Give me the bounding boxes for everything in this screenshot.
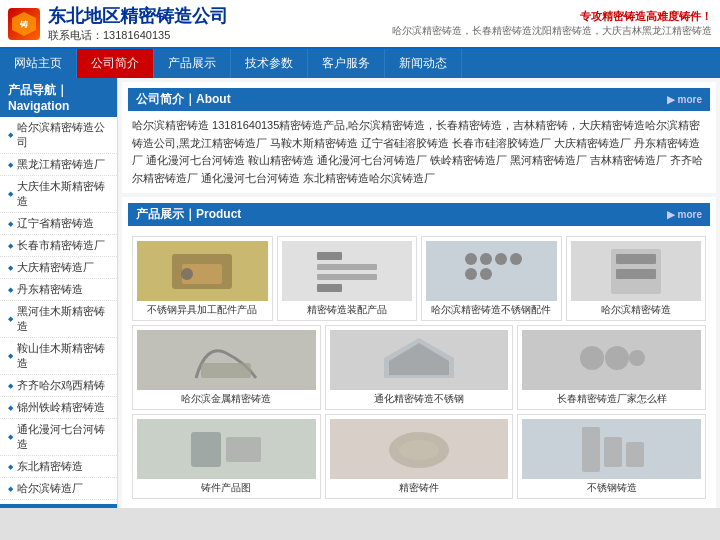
svg-point-22 [605,346,629,370]
svg-point-4 [181,268,193,280]
product-item-4[interactable]: 哈尔滨金属精密铸造 [132,325,321,410]
svg-rect-6 [317,264,377,270]
svg-point-27 [399,440,439,460]
product-item-3[interactable]: 哈尔滨精密铸造 [566,236,707,321]
main-layout: 产品导航｜Navigation 哈尔滨精密铸造公司 黑龙江精密铸造厂 大庆佳木斯… [0,78,720,508]
svg-point-13 [465,268,477,280]
sidebar-item-0[interactable]: 哈尔滨精密铸造公司 [0,117,117,154]
svg-rect-29 [604,437,622,467]
product-name-r3-0: 铸件产品图 [137,481,316,494]
nav-item-news[interactable]: 新闻动态 [385,49,462,78]
main-nav: 网站主页 公司简介 产品展示 技术参数 客户服务 新闻动态 [0,49,720,78]
company-info: 东北地区精密铸造公司 联系电话：13181640135 [48,4,228,43]
product-item-r3-1[interactable]: 精密铸件 [325,414,514,499]
sidebar-item-6[interactable]: 丹东精密铸造 [0,279,117,301]
product-img-r3-0 [137,419,316,479]
svg-point-12 [510,253,522,265]
product-item-6[interactable]: 长春精密铸造厂家怎么样 [517,325,706,410]
product-name-3: 哈尔滨精密铸造 [571,303,702,316]
svg-rect-24 [191,432,221,467]
product-img-r3-1 [330,419,509,479]
sidebar-item-3[interactable]: 辽宁省精密铸造 [0,213,117,235]
svg-point-14 [480,268,492,280]
header-left: 铸 东北地区精密铸造公司 联系电话：13181640135 [8,4,228,43]
nav-item-home[interactable]: 网站主页 [0,49,77,78]
product-name-r3-2: 不锈钢铸造 [522,481,701,494]
products-header: 产品展示｜Product ▶ more [128,203,710,226]
product-grid: 不锈钢异具加工配件产品 精密铸造装配产品 哈尔滨精密铸造不锈钢配件 [128,232,710,325]
sidebar-item-8[interactable]: 鞍山佳木斯精密铸造 [0,338,117,375]
company-logo: 铸 [8,8,40,40]
company-intro-text: 哈尔滨精密铸造 13181640135精密铸造产品,哈尔滨精密铸造，长春精密铸造… [128,117,710,187]
svg-rect-30 [626,442,644,467]
svg-marker-20 [389,343,449,375]
svg-rect-25 [226,437,261,462]
product-img-1 [282,241,413,301]
product-row3: 铸件产品图 精密铸件 不锈钢铸造 [128,414,710,503]
svg-point-23 [629,350,645,366]
product-name-1: 精密铸造装配产品 [282,303,413,316]
product-item-r3-0[interactable]: 铸件产品图 [132,414,321,499]
sidebar-item-1[interactable]: 黑龙江精密铸造厂 [0,154,117,176]
sidebar-item-7[interactable]: 黑河佳木斯精密铸造 [0,301,117,338]
sidebar: 产品导航｜Navigation 哈尔滨精密铸造公司 黑龙江精密铸造厂 大庆佳木斯… [0,78,118,508]
products-section: 产品展示｜Product ▶ more 不锈钢异具加工配件产品 精密铸造装配产品 [122,197,716,508]
product-img-2 [426,241,557,301]
product-name-2: 哈尔滨精密铸造不锈钢配件 [426,303,557,316]
product-name-r3-1: 精密铸件 [330,481,509,494]
product-img-0 [137,241,268,301]
nav-item-service[interactable]: 客户服务 [308,49,385,78]
company-phone: 联系电话：13181640135 [48,28,228,43]
company-intro-more[interactable]: ▶ more [667,94,702,105]
product-name-5: 通化精密铸造不锈钢 [330,392,509,405]
nav-item-products[interactable]: 产品展示 [154,49,231,78]
product-img-5 [330,330,509,390]
svg-point-10 [480,253,492,265]
company-intro-header: 公司简介｜About ▶ more [128,88,710,111]
product-item-5[interactable]: 通化精密铸造不锈钢 [325,325,514,410]
product-name-0: 不锈钢异具加工配件产品 [137,303,268,316]
svg-point-21 [580,346,604,370]
products-more[interactable]: ▶ more [667,209,702,220]
sub-slogan: 哈尔滨精密铸造，长春精密铸造沈阳精密铸造，大庆吉林黑龙江精密铸造 [392,24,712,38]
product-name-4: 哈尔滨金属精密铸造 [137,392,316,405]
product-item-2[interactable]: 哈尔滨精密铸造不锈钢配件 [421,236,562,321]
product-img-6 [522,330,701,390]
product-item-r3-2[interactable]: 不锈钢铸造 [517,414,706,499]
main-content: 公司简介｜About ▶ more 哈尔滨精密铸造 13181640135精密铸… [118,78,720,508]
svg-rect-7 [317,274,377,280]
header-right: 专攻精密铸造高难度铸件！ 哈尔滨精密铸造，长春精密铸造沈阳精密铸造，大庆吉林黑龙… [392,9,712,38]
product-name-6: 长春精密铸造厂家怎么样 [522,392,701,405]
sidebar-item-9[interactable]: 齐齐哈尔鸡西精铸 [0,375,117,397]
sidebar-item-10[interactable]: 锦州铁岭精密铸造 [0,397,117,419]
svg-rect-16 [616,254,656,264]
svg-point-11 [495,253,507,265]
svg-rect-8 [317,284,342,292]
sidebar-item-13[interactable]: 哈尔滨铸造厂 [0,478,117,500]
sidebar-item-12[interactable]: 东北精密铸造 [0,456,117,478]
slogan: 专攻精密铸造高难度铸件！ [392,9,712,24]
svg-point-9 [465,253,477,265]
product-row2: 哈尔滨金属精密铸造 通化精密铸造不锈钢 长春精密铸造厂家怎么样 [128,325,710,414]
company-intro-section: 公司简介｜About ▶ more 哈尔滨精密铸造 13181640135精密铸… [122,82,716,193]
svg-rect-5 [317,252,342,260]
sidebar-item-11[interactable]: 通化漫河七台河铸造 [0,419,117,456]
nav-item-about[interactable]: 公司简介 [77,49,154,78]
svg-rect-18 [201,363,251,378]
products-title: 产品展示｜Product [136,206,241,223]
product-img-3 [571,241,702,301]
company-intro-title: 公司简介｜About [136,91,231,108]
svg-text:铸: 铸 [19,20,29,29]
company-name: 东北地区精密铸造公司 [48,4,228,28]
product-img-4 [137,330,316,390]
svg-rect-28 [582,427,600,472]
header: 铸 东北地区精密铸造公司 联系电话：13181640135 专攻精密铸造高难度铸… [0,0,720,49]
sidebar-service-banner[interactable]: 👩 客户服务 Service... [0,504,117,508]
product-img-r3-2 [522,419,701,479]
product-item-0[interactable]: 不锈钢异具加工配件产品 [132,236,273,321]
sidebar-item-5[interactable]: 大庆精密铸造厂 [0,257,117,279]
sidebar-item-2[interactable]: 大庆佳木斯精密铸造 [0,176,117,213]
product-item-1[interactable]: 精密铸造装配产品 [277,236,418,321]
nav-item-tech[interactable]: 技术参数 [231,49,308,78]
sidebar-item-4[interactable]: 长春市精密铸造厂 [0,235,117,257]
